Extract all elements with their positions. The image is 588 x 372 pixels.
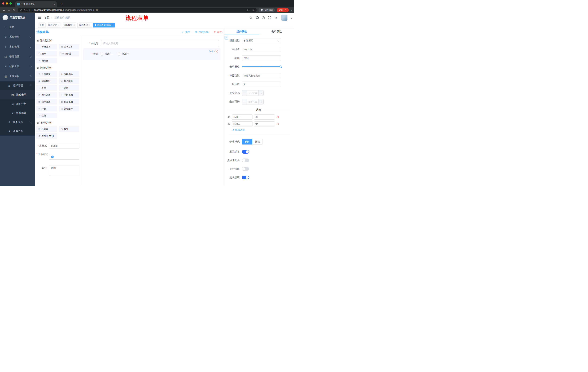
tag-close-icon[interactable]: ×: [74, 24, 75, 26]
window-minimize-button[interactable]: [6, 2, 8, 5]
option-1-label-input[interactable]: [231, 115, 253, 120]
sidebar-item-workflow[interactable]: ▦ 工作流程: [0, 71, 35, 81]
plus-button[interactable]: +: [258, 90, 263, 96]
add-option-button[interactable]: ⊕ 添加选项: [232, 128, 290, 132]
palette-item-switch[interactable]: ◐开关: [36, 85, 57, 91]
window-zoom-button[interactable]: [10, 2, 12, 5]
copy-field-button[interactable]: [209, 50, 213, 53]
clear-button[interactable]: 清空: [213, 30, 222, 34]
sidebar-item-infra[interactable]: ▤ 基础设施: [0, 52, 35, 62]
tab-component-props[interactable]: 组件属性: [224, 28, 259, 35]
slider-handle[interactable]: [279, 65, 282, 68]
sidebar-item-task-manage[interactable]: ⋔ 任务管理: [0, 117, 35, 127]
palette-item-button[interactable]: ▢按钮: [59, 126, 79, 132]
fullscreen-icon[interactable]: [268, 16, 271, 20]
delete-field-button[interactable]: [214, 50, 218, 53]
sidebar-item-user-group[interactable]: ◎ 用户分组: [0, 99, 35, 108]
palette-item-counter[interactable]: 123计数器: [59, 51, 79, 56]
palette-item-single-text[interactable]: ▭单行文本: [36, 44, 57, 50]
remove-option-icon[interactable]: ⊖: [276, 122, 279, 126]
hamburger-icon[interactable]: [38, 16, 41, 20]
status-on-radio[interactable]: 开启: [49, 154, 79, 159]
help-icon[interactable]: [262, 16, 265, 20]
form-name-input[interactable]: [49, 143, 79, 149]
search-icon[interactable]: [249, 16, 253, 20]
new-tab-button[interactable]: +: [59, 2, 63, 6]
sidebar-item-process-model[interactable]: ➤ 流程模型: [0, 108, 35, 117]
browser-tab[interactable]: 芋道管理系统 ×: [15, 1, 57, 7]
sidebar-item-system[interactable]: ⚙ 系统管理: [0, 32, 35, 42]
canvas-field-gender-selected[interactable]: 性别 选项一 选项二: [83, 48, 220, 60]
tab-close-icon[interactable]: ×: [53, 3, 55, 5]
palette-item-slider[interactable]: ⊶滑块: [59, 85, 79, 91]
max-select-value[interactable]: 最多可选: [247, 99, 258, 104]
tag-process-model[interactable]: 流程模型 ×: [62, 23, 76, 28]
minus-button[interactable]: −: [242, 99, 247, 104]
palette-item-cascader[interactable]: ⋔级联选择: [59, 71, 79, 77]
palette-item-row-container[interactable]: ◫行容器: [36, 126, 57, 132]
user-avatar[interactable]: [281, 15, 287, 21]
forward-button[interactable]: →: [7, 8, 11, 12]
back-button[interactable]: ←: [2, 8, 7, 12]
show-label-toggle[interactable]: [242, 150, 249, 154]
phone-field-input[interactable]: [101, 40, 219, 47]
bookmark-star-icon[interactable]: ☆: [252, 8, 254, 12]
canvas-field-phone[interactable]: 手机号: [83, 40, 220, 47]
palette-item-password[interactable]: ⊡密码: [36, 51, 57, 56]
sidebar-item-payment[interactable]: ¥ 支付管理: [0, 42, 35, 52]
border-toggle[interactable]: [242, 159, 249, 162]
form-remark-textarea[interactable]: 嘿嘿: [49, 165, 79, 176]
remove-option-icon[interactable]: ⊖: [276, 116, 279, 119]
palette-item-editor[interactable]: ✎编辑器: [36, 58, 57, 63]
sidebar-item-leave-query[interactable]: ♟ 请假查询: [0, 127, 35, 136]
tag-home[interactable]: 首页: [38, 23, 45, 28]
option-1-value-input[interactable]: [254, 115, 275, 120]
tab-form-props[interactable]: 表单属性: [259, 28, 294, 35]
tag-process-form[interactable]: 流程表单 ×: [77, 23, 92, 28]
tag-process-definition[interactable]: 流程定义 ×: [47, 23, 61, 28]
min-select-value[interactable]: 至少应选: [247, 90, 258, 96]
style-default-button[interactable]: 默认: [242, 139, 252, 145]
github-icon[interactable]: [255, 16, 259, 20]
label-width-input[interactable]: [242, 73, 281, 78]
sidebar-item-home[interactable]: ⌂ 首页: [0, 22, 35, 32]
link-field-button[interactable]: [224, 36, 228, 40]
toolbar-chevron-down-icon[interactable]: [290, 10, 292, 11]
tag-close-icon[interactable]: ×: [58, 24, 59, 26]
palette-item-date-range[interactable]: ▩日期范围: [59, 99, 79, 105]
tag-process-form-edit[interactable]: 流程表单-编辑 ×: [93, 23, 115, 28]
palette-item-checkbox-group[interactable]: ☑多选框组: [59, 78, 79, 84]
sidebar-item-process-manage[interactable]: ≣ 流程管理: [0, 81, 35, 90]
palette-item-color-picker[interactable]: ◨颜色选择: [59, 106, 79, 111]
palette-item-select[interactable]: ⊙下拉选择: [36, 71, 57, 77]
palette-item-rate[interactable]: ☆评分: [36, 106, 57, 111]
password-key-icon[interactable]: [247, 9, 250, 11]
form-grid-slider[interactable]: [242, 64, 281, 70]
drag-handle-icon[interactable]: [228, 116, 231, 118]
style-button-button[interactable]: 按钮: [252, 139, 263, 145]
required-toggle[interactable]: [242, 176, 249, 179]
tag-close-icon[interactable]: ×: [112, 24, 113, 26]
window-close-button[interactable]: [2, 2, 4, 5]
option-2-value-input[interactable]: [254, 121, 275, 127]
title-input[interactable]: [242, 55, 281, 61]
palette-item-date-picker[interactable]: ▦日期选择: [36, 99, 57, 105]
palette-item-radio-group[interactable]: ◉单选框组: [36, 78, 57, 84]
plus-button[interactable]: +: [258, 99, 263, 104]
view-json-button[interactable]: 查看json: [194, 30, 209, 34]
palette-item-multi-text[interactable]: ▤多行文本: [59, 44, 79, 50]
sidebar-logo[interactable]: 芋道管理系统: [0, 13, 35, 22]
gender-option-1-checkbox[interactable]: 选项一: [101, 53, 112, 56]
gender-option-2-checkbox[interactable]: 选项二: [118, 53, 129, 56]
reload-button[interactable]: ↻: [11, 8, 16, 12]
option-2-label-input[interactable]: [231, 121, 253, 127]
component-type-select[interactable]: 多选框组: [242, 38, 281, 43]
breadcrumb-home[interactable]: 首页: [44, 16, 49, 19]
minus-button[interactable]: −: [242, 90, 247, 96]
palette-item-time-range[interactable]: ◔时间范围: [59, 92, 79, 97]
palette-item-table[interactable]: ⊞表格[开发中]: [36, 133, 57, 139]
palette-item-upload[interactable]: ↥上传: [36, 113, 57, 118]
address-bar[interactable]: 不安全 | dashboard.yudao.iocoder.cn /bpm/ma…: [18, 8, 257, 12]
default-value-input[interactable]: [242, 82, 281, 87]
browser-update-button[interactable]: 更新 ⋮: [277, 8, 289, 12]
